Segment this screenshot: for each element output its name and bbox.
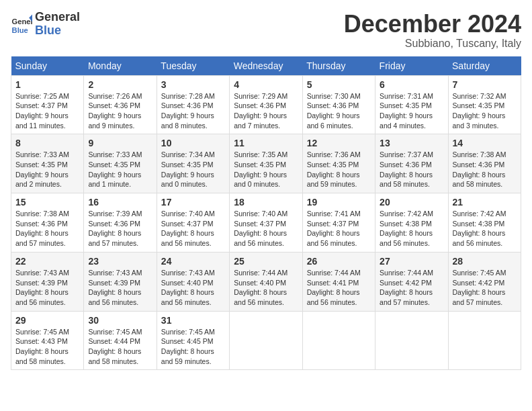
day-number: 10 <box>161 138 225 148</box>
day-info: Sunrise: 7:35 AMSunset: 4:35 PMDaylight:… <box>234 150 298 189</box>
day-info: Sunrise: 7:41 AMSunset: 4:37 PMDaylight:… <box>307 209 371 248</box>
day-info: Sunrise: 7:45 AMSunset: 4:43 PMDaylight:… <box>15 327 79 367</box>
day-number: 30 <box>88 315 152 326</box>
day-header-friday: Friday <box>375 56 448 76</box>
calendar-cell: 27Sunrise: 7:44 AMSunset: 4:42 PMDayligh… <box>375 252 448 311</box>
calendar-cell: 18Sunrise: 7:40 AMSunset: 4:37 PMDayligh… <box>230 193 302 253</box>
calendar-cell: 9Sunrise: 7:33 AMSunset: 4:35 PMDaylight… <box>84 134 157 193</box>
calendar-cell: 25Sunrise: 7:44 AMSunset: 4:40 PMDayligh… <box>230 252 302 311</box>
calendar-cell: 29Sunrise: 7:45 AMSunset: 4:43 PMDayligh… <box>11 311 84 370</box>
logo-icon: General Blue <box>11 13 32 35</box>
day-number: 14 <box>453 138 517 148</box>
day-header-wednesday: Wednesday <box>230 56 302 76</box>
day-info: Sunrise: 7:26 AMSunset: 4:36 PMDaylight:… <box>88 91 152 131</box>
day-number: 2 <box>88 79 152 90</box>
day-info: Sunrise: 7:40 AMSunset: 4:37 PMDaylight:… <box>161 209 225 248</box>
day-number: 7 <box>453 79 517 90</box>
day-number: 13 <box>380 138 443 148</box>
day-info: Sunrise: 7:37 AMSunset: 4:36 PMDaylight:… <box>380 150 443 189</box>
day-info: Sunrise: 7:29 AMSunset: 4:36 PMDaylight:… <box>234 91 298 131</box>
calendar-cell: 21Sunrise: 7:42 AMSunset: 4:38 PMDayligh… <box>448 193 521 253</box>
calendar-cell: 6Sunrise: 7:31 AMSunset: 4:35 PMDaylight… <box>375 75 448 134</box>
day-info: Sunrise: 7:25 AMSunset: 4:37 PMDaylight:… <box>15 91 79 131</box>
day-info: Sunrise: 7:43 AMSunset: 4:40 PMDaylight:… <box>161 268 225 308</box>
day-number: 12 <box>307 138 371 148</box>
calendar-cell: 16Sunrise: 7:39 AMSunset: 4:36 PMDayligh… <box>84 193 157 253</box>
calendar-cell: 4Sunrise: 7:29 AMSunset: 4:36 PMDaylight… <box>230 75 302 134</box>
calendar-cell: 17Sunrise: 7:40 AMSunset: 4:37 PMDayligh… <box>157 193 229 253</box>
calendar-cell: 31Sunrise: 7:45 AMSunset: 4:45 PMDayligh… <box>157 311 229 370</box>
header-row: SundayMondayTuesdayWednesdayThursdayFrid… <box>11 56 521 76</box>
day-info: Sunrise: 7:42 AMSunset: 4:38 PMDaylight:… <box>453 209 517 248</box>
day-number: 26 <box>307 256 371 267</box>
day-number: 22 <box>15 256 79 267</box>
calendar-cell: 10Sunrise: 7:34 AMSunset: 4:35 PMDayligh… <box>157 134 229 193</box>
day-header-saturday: Saturday <box>448 56 521 76</box>
calendar-cell: 11Sunrise: 7:35 AMSunset: 4:35 PMDayligh… <box>230 134 302 193</box>
calendar-cell <box>302 311 375 370</box>
day-info: Sunrise: 7:44 AMSunset: 4:41 PMDaylight:… <box>307 268 371 308</box>
week-row-5: 29Sunrise: 7:45 AMSunset: 4:43 PMDayligh… <box>11 311 521 370</box>
logo-text: General Blue <box>35 11 80 38</box>
calendar-cell: 30Sunrise: 7:45 AMSunset: 4:44 PMDayligh… <box>84 311 157 370</box>
day-number: 18 <box>234 197 298 208</box>
day-number: 25 <box>234 256 298 267</box>
calendar-cell <box>230 311 302 370</box>
day-number: 27 <box>380 256 443 267</box>
day-number: 11 <box>234 138 298 148</box>
calendar-cell: 13Sunrise: 7:37 AMSunset: 4:36 PMDayligh… <box>375 134 448 193</box>
day-number: 29 <box>15 315 79 326</box>
day-number: 6 <box>380 79 443 90</box>
svg-text:Blue: Blue <box>12 26 28 34</box>
calendar-cell <box>375 311 448 370</box>
day-number: 1 <box>15 79 79 90</box>
day-number: 17 <box>161 197 225 208</box>
calendar-cell: 22Sunrise: 7:43 AMSunset: 4:39 PMDayligh… <box>11 252 84 311</box>
day-info: Sunrise: 7:32 AMSunset: 4:35 PMDaylight:… <box>453 91 517 131</box>
day-info: Sunrise: 7:38 AMSunset: 4:36 PMDaylight:… <box>453 150 517 189</box>
calendar-cell: 5Sunrise: 7:30 AMSunset: 4:36 PMDaylight… <box>302 75 375 134</box>
day-number: 19 <box>307 197 371 208</box>
day-info: Sunrise: 7:43 AMSunset: 4:39 PMDaylight:… <box>15 268 79 308</box>
calendar-cell: 14Sunrise: 7:38 AMSunset: 4:36 PMDayligh… <box>448 134 521 193</box>
calendar-cell: 3Sunrise: 7:28 AMSunset: 4:36 PMDaylight… <box>157 75 229 134</box>
calendar-cell: 8Sunrise: 7:33 AMSunset: 4:35 PMDaylight… <box>11 134 84 193</box>
week-row-1: 1Sunrise: 7:25 AMSunset: 4:37 PMDaylight… <box>11 75 521 134</box>
calendar-cell: 28Sunrise: 7:45 AMSunset: 4:42 PMDayligh… <box>448 252 521 311</box>
header: General Blue General Blue December 2024 … <box>11 11 521 50</box>
week-row-4: 22Sunrise: 7:43 AMSunset: 4:39 PMDayligh… <box>11 252 521 311</box>
day-number: 16 <box>88 197 152 208</box>
calendar-cell: 12Sunrise: 7:36 AMSunset: 4:35 PMDayligh… <box>302 134 375 193</box>
day-number: 21 <box>453 197 517 208</box>
day-info: Sunrise: 7:44 AMSunset: 4:40 PMDaylight:… <box>234 268 298 308</box>
week-row-3: 15Sunrise: 7:38 AMSunset: 4:36 PMDayligh… <box>11 193 521 253</box>
day-number: 5 <box>307 79 371 90</box>
day-info: Sunrise: 7:36 AMSunset: 4:35 PMDaylight:… <box>307 150 371 189</box>
day-number: 8 <box>15 138 79 148</box>
month-title: December 2024 <box>344 11 521 38</box>
day-info: Sunrise: 7:45 AMSunset: 4:42 PMDaylight:… <box>453 268 517 308</box>
calendar-cell <box>448 311 521 370</box>
day-info: Sunrise: 7:30 AMSunset: 4:36 PMDaylight:… <box>307 91 371 131</box>
day-info: Sunrise: 7:45 AMSunset: 4:45 PMDaylight:… <box>161 327 225 367</box>
day-header-sunday: Sunday <box>11 56 84 76</box>
day-number: 15 <box>15 197 79 208</box>
calendar-cell: 26Sunrise: 7:44 AMSunset: 4:41 PMDayligh… <box>302 252 375 311</box>
day-info: Sunrise: 7:31 AMSunset: 4:35 PMDaylight:… <box>380 91 443 131</box>
title-area: December 2024 Subbiano, Tuscany, Italy <box>344 11 521 50</box>
day-info: Sunrise: 7:33 AMSunset: 4:35 PMDaylight:… <box>15 150 79 189</box>
day-info: Sunrise: 7:43 AMSunset: 4:39 PMDaylight:… <box>88 268 152 308</box>
calendar-table: SundayMondayTuesdayWednesdayThursdayFrid… <box>11 56 521 371</box>
day-info: Sunrise: 7:45 AMSunset: 4:44 PMDaylight:… <box>88 327 152 367</box>
day-info: Sunrise: 7:44 AMSunset: 4:42 PMDaylight:… <box>380 268 443 308</box>
location: Subbiano, Tuscany, Italy <box>344 38 521 50</box>
day-info: Sunrise: 7:38 AMSunset: 4:36 PMDaylight:… <box>15 209 79 248</box>
calendar-cell: 15Sunrise: 7:38 AMSunset: 4:36 PMDayligh… <box>11 193 84 253</box>
calendar-cell: 7Sunrise: 7:32 AMSunset: 4:35 PMDaylight… <box>448 75 521 134</box>
day-header-monday: Monday <box>84 56 157 76</box>
day-info: Sunrise: 7:33 AMSunset: 4:35 PMDaylight:… <box>88 150 152 189</box>
day-info: Sunrise: 7:42 AMSunset: 4:38 PMDaylight:… <box>380 209 443 248</box>
day-number: 24 <box>161 256 225 267</box>
day-header-tuesday: Tuesday <box>157 56 229 76</box>
calendar-cell: 19Sunrise: 7:41 AMSunset: 4:37 PMDayligh… <box>302 193 375 253</box>
